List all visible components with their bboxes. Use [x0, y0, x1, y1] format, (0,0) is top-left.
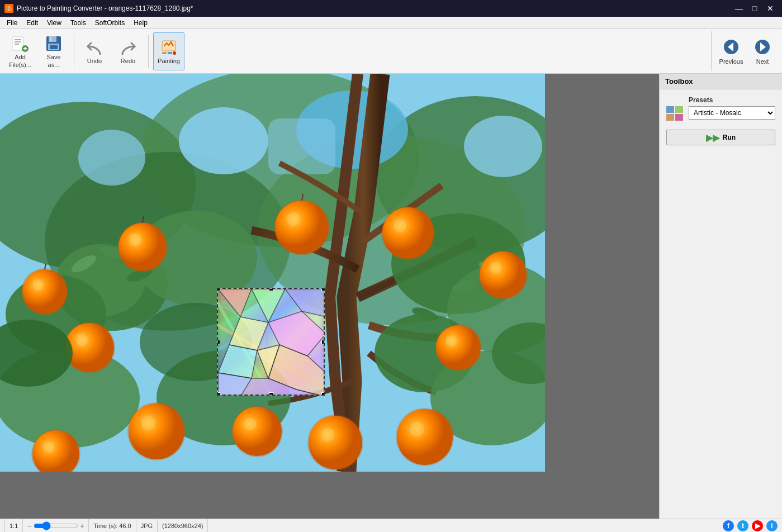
painting-button[interactable]: Painting	[153, 32, 184, 70]
svg-point-26	[179, 107, 268, 174]
toolbox-panel: Toolbox Presets Artisti	[659, 74, 782, 519]
svg-rect-8	[49, 36, 56, 42]
menu-help[interactable]: Help	[129, 18, 152, 28]
svg-point-64	[490, 262, 501, 273]
toolbar-separator-1	[74, 35, 74, 68]
app-icon: 🎨	[4, 4, 13, 13]
title-bar: 🎨 Picture to Painting Converter - orange…	[0, 0, 782, 17]
add-files-label-line2: File(s)...	[9, 61, 31, 68]
resize-handle-bm[interactable]	[269, 392, 273, 396]
dimensions-value: (1280x960x24)	[162, 522, 203, 529]
run-button[interactable]: ▶▶ Run	[666, 130, 775, 145]
effect-preview-box[interactable]	[217, 288, 325, 396]
menu-softorbits[interactable]: SoftOrbits	[91, 18, 129, 28]
toolbar: Add File(s)... Save as... Undo	[0, 29, 782, 74]
resize-handle-ml[interactable]	[217, 340, 220, 344]
menu-edit[interactable]: Edit	[22, 18, 42, 28]
run-label: Run	[723, 134, 736, 141]
undo-button[interactable]: Undo	[79, 32, 110, 70]
svg-point-48	[22, 269, 67, 314]
svg-point-60	[382, 207, 434, 259]
svg-marker-89	[218, 289, 252, 317]
menu-view[interactable]: View	[42, 18, 66, 28]
svg-point-56	[275, 201, 329, 254]
svg-point-79	[410, 422, 424, 436]
resize-handle-tr[interactable]	[321, 288, 325, 291]
time-segment: Time (s): 46.0	[89, 519, 136, 532]
save-as-button[interactable]: Save as...	[38, 32, 69, 70]
svg-point-49	[32, 279, 44, 291]
painting-icon	[160, 39, 178, 56]
time-label: Time (s):	[93, 522, 117, 529]
facebook-icon[interactable]: f	[723, 520, 734, 531]
resize-handle-tm[interactable]	[269, 288, 273, 291]
resize-handle-mr[interactable]	[321, 340, 325, 344]
resize-handle-tl[interactable]	[217, 288, 220, 291]
svg-marker-90	[252, 289, 285, 322]
svg-point-63	[480, 251, 527, 298]
info-icon[interactable]: i	[766, 520, 778, 531]
svg-rect-13	[162, 52, 167, 54]
menu-file[interactable]: File	[2, 18, 22, 28]
next-button[interactable]: Next	[747, 32, 778, 70]
previous-icon	[722, 38, 740, 57]
svg-point-52	[119, 223, 167, 271]
zoom-slider[interactable]	[34, 521, 78, 530]
next-icon	[753, 38, 771, 57]
window-controls: — □ ✕	[732, 1, 778, 16]
twitter-icon[interactable]: t	[737, 520, 748, 531]
toolbar-separator-2	[148, 35, 149, 68]
format-segment: JPG	[136, 519, 158, 532]
redo-icon	[119, 39, 137, 56]
maximize-button[interactable]: □	[747, 1, 762, 16]
svg-point-15	[173, 51, 176, 55]
format-value: JPG	[141, 522, 153, 529]
add-files-icon	[11, 35, 29, 53]
zoom-slider-segment: − +	[23, 519, 89, 532]
resize-handle-br[interactable]	[321, 392, 325, 396]
menu-bar: File Edit View Tools SoftOrbits Help	[0, 17, 782, 29]
canvas-area[interactable]	[0, 74, 659, 519]
undo-label: Undo	[87, 58, 102, 64]
zoom-out-icon[interactable]: −	[27, 522, 31, 529]
svg-point-69	[65, 323, 114, 372]
zoom-value: 1:1	[10, 522, 18, 529]
svg-rect-30	[268, 118, 335, 174]
add-files-label-line1: Add	[15, 54, 26, 60]
svg-point-53	[129, 234, 141, 246]
menu-tools[interactable]: Tools	[66, 18, 91, 28]
presets-controls: Presets Artistic - Mosaic Artistic - Oil…	[689, 96, 775, 120]
svg-point-29	[464, 116, 542, 177]
svg-point-75	[309, 416, 362, 469]
presets-icon	[666, 106, 684, 124]
save-as-label-line1: Save	[46, 54, 60, 60]
svg-point-67	[446, 335, 457, 346]
zoom-segment: 1:1	[4, 519, 23, 532]
main-area: Toolbox Presets Artisti	[0, 74, 782, 519]
youtube-icon[interactable]: ▶	[752, 520, 763, 531]
presets-label: Presets	[689, 96, 775, 104]
status-bar: 1:1 − + Time (s): 46.0 JPG (1280x960x24)…	[0, 519, 782, 532]
svg-point-85	[244, 418, 256, 430]
svg-rect-9	[50, 37, 51, 41]
resize-handle-bl[interactable]	[217, 392, 220, 396]
previous-button[interactable]: Previous	[716, 32, 746, 70]
save-as-icon	[45, 35, 63, 53]
svg-rect-1	[15, 39, 21, 40]
redo-button[interactable]: Redo	[112, 32, 144, 70]
presets-dropdown[interactable]: Artistic - Mosaic Artistic - Oil Paint A…	[689, 106, 775, 120]
image-canvas	[0, 74, 545, 472]
save-as-label-line2: as...	[48, 61, 60, 68]
svg-rect-14	[168, 52, 172, 54]
zoom-in-icon[interactable]: +	[80, 522, 84, 529]
svg-rect-2	[15, 41, 21, 42]
svg-point-78	[397, 409, 453, 465]
svg-point-28	[78, 130, 145, 186]
add-files-button[interactable]: Add File(s)...	[4, 32, 36, 70]
minimize-button[interactable]: —	[732, 1, 746, 16]
svg-point-76	[321, 428, 334, 441]
close-button[interactable]: ✕	[763, 1, 778, 16]
previous-label: Previous	[719, 58, 743, 65]
painting-label: Painting	[158, 58, 180, 64]
svg-rect-3	[15, 44, 19, 45]
